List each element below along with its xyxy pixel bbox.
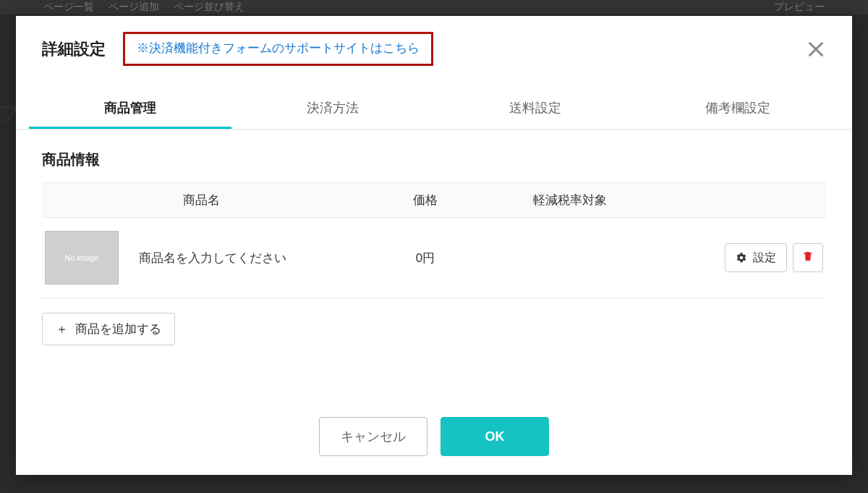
cancel-button[interactable]: キャンセル xyxy=(319,417,427,456)
tab-shipping[interactable]: 送料設定 xyxy=(434,88,637,129)
th-price: 価格 xyxy=(360,192,490,208)
close-icon xyxy=(806,49,826,62)
product-image-placeholder[interactable]: No image xyxy=(45,231,119,285)
gear-icon xyxy=(736,252,747,264)
add-product-button[interactable]: ＋ 商品を追加する xyxy=(42,313,175,345)
background-toolbar: ページ一覧 ページ追加 ページ並び替え プレビュー xyxy=(0,0,868,14)
support-link-highlight: ※決済機能付きフォームのサポートサイトはこちら xyxy=(123,32,433,66)
trash-icon xyxy=(802,250,814,266)
add-product-label: 商品を追加する xyxy=(75,321,161,337)
ok-button[interactable]: OK xyxy=(441,417,549,456)
tabs: 商品管理 決済方法 送料設定 備考欄設定 xyxy=(16,88,852,130)
add-product-row: ＋ 商品を追加する xyxy=(42,313,826,345)
product-table: 商品名 価格 軽減税率対象 No image 商品名を入力してください 0円 xyxy=(42,182,826,298)
bg-item: ページ並び替え xyxy=(174,1,244,14)
modal-header: 詳細設定 ※決済機能付きフォームのサポートサイトはこちら xyxy=(16,16,852,77)
bg-item: プレビュー xyxy=(774,1,825,14)
row-delete-button[interactable] xyxy=(793,243,823,272)
modal-body: 商品情報 商品名 価格 軽減税率対象 No image 商品名を入力してください… xyxy=(16,130,852,345)
bg-item: ページ追加 xyxy=(109,1,159,14)
row-actions: 設定 xyxy=(650,243,826,272)
tab-products[interactable]: 商品管理 xyxy=(29,88,231,129)
row-settings-label: 設定 xyxy=(753,250,776,266)
bg-bottom-text: 配送料： xyxy=(0,478,868,492)
modal-title: 詳細設定 xyxy=(42,38,106,60)
tab-payment[interactable]: 決済方法 xyxy=(231,88,434,129)
product-price: 0円 xyxy=(360,250,490,266)
table-head: 商品名 価格 軽減税率対象 xyxy=(42,183,826,218)
close-button[interactable] xyxy=(806,39,826,59)
product-cell: No image 商品名を入力してください xyxy=(42,231,360,285)
modal-footer: キャンセル OK xyxy=(16,401,852,475)
support-site-link[interactable]: ※決済機能付きフォームのサポートサイトはこちら xyxy=(137,41,420,55)
bg-item: ページ一覧 xyxy=(43,1,94,14)
th-tax: 軽減税率対象 xyxy=(490,192,650,208)
settings-modal: 詳細設定 ※決済機能付きフォームのサポートサイトはこちら 商品管理 決済方法 送… xyxy=(16,16,852,475)
th-name: 商品名 xyxy=(42,192,360,208)
tab-remarks[interactable]: 備考欄設定 xyxy=(637,88,839,129)
section-title: 商品情報 xyxy=(42,150,826,169)
table-row: No image 商品名を入力してください 0円 設定 xyxy=(42,218,826,298)
plus-icon: ＋ xyxy=(56,321,68,337)
row-settings-button[interactable]: 設定 xyxy=(725,243,787,272)
product-name[interactable]: 商品名を入力してください xyxy=(139,250,286,266)
